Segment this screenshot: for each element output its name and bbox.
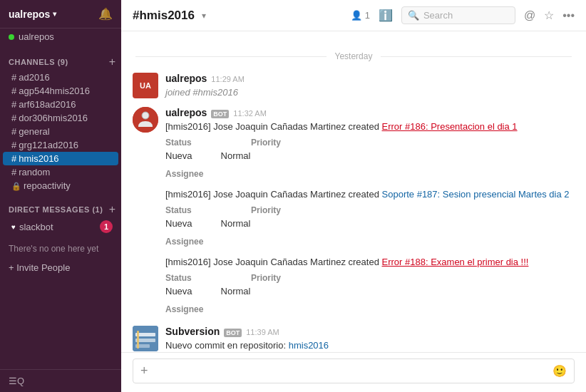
message-header-2: ualrepos BOT 11:32 AM (165, 107, 575, 118)
date-divider: Yesterday (121, 51, 586, 61)
message-body-2: [hmis2016] Jose Joaquin Cañadas Martinez… (165, 120, 575, 316)
search-bar[interactable]: 🔍 Search (401, 6, 515, 24)
message-time-3: 11:39 AM (246, 328, 279, 336)
channels-section-title: CHANNELS (9) (9, 58, 68, 66)
sidebar-item-general[interactable]: #general (3, 125, 118, 138)
add-dm-button[interactable]: + (109, 204, 115, 215)
message-content-2: ualrepos BOT 11:32 AM [hmis2016] Jose Jo… (165, 107, 575, 319)
message-body-1: joined #hmis2016 (165, 86, 575, 100)
sidebar-item-agp544hmis2016[interactable]: #agp544hmis2016 (3, 84, 118, 98)
status-dot (9, 34, 14, 40)
ticket-187-link[interactable]: Soporte #187: Sesion presencial Martes d… (382, 189, 570, 200)
search-placeholder-text: Search (423, 10, 453, 21)
emoji-button[interactable]: 🙂 (552, 364, 567, 378)
avatar-subversion (133, 326, 158, 351)
message-author-1: ualrepos (165, 73, 207, 84)
sidebar: ualrepos ▾ 🔔 ualrepos CHANNELS (9) + #ad… (0, 0, 121, 392)
dm-name-slackbot: ♥ slackbot (11, 222, 53, 232)
add-channel-button[interactable]: + (109, 56, 115, 68)
avatar-ualrepos-2 (133, 107, 158, 133)
ticket-table-2: Status Priority Nueva Normal Assignee (165, 204, 575, 248)
message-3: Subversion BOT 11:39 AM Nuevo commit en … (121, 323, 586, 353)
add-attachment-button[interactable]: + (140, 363, 148, 378)
sidebar-item-hmis2016[interactable]: #hmis2016 (3, 152, 118, 165)
channels-section-header: CHANNELS (9) + (0, 56, 121, 71)
message-header-3: Subversion BOT 11:39 AM (165, 326, 575, 337)
message-time-2: 11:32 AM (233, 109, 266, 118)
sidebar-item-ad2016[interactable]: #ad2016 (3, 71, 118, 84)
dm-item-slackbot[interactable]: ♥ slackbot 1 (3, 218, 118, 235)
ticket-186-link[interactable]: Error #186: Presentacion el dia 1 (382, 121, 518, 132)
topbar: #hmis2016 ▾ 👤 1 ℹ️ 🔍 Search @ ☆ ••• (121, 0, 586, 31)
dm-section-header: DIRECT MESSAGES (1) + (0, 204, 121, 218)
main-content: #hmis2016 ▾ 👤 1 ℹ️ 🔍 Search @ ☆ ••• Yest… (121, 0, 586, 392)
message-1: UA ualrepos 11:29 AM joined #hmis2016 (121, 70, 586, 103)
more-icon[interactable]: ••• (562, 9, 575, 22)
ticket-188-link[interactable]: Error #188: Examen el primer dia !!! (382, 257, 529, 267)
workspace-caret-icon: ▾ (53, 10, 56, 18)
dm-badge-slackbot: 1 (100, 220, 113, 233)
sidebar-item-grg121ad2016[interactable]: #grg121ad2016 (3, 138, 118, 152)
at-icon[interactable]: @ (524, 9, 535, 22)
channel-caret-icon[interactable]: ▾ (202, 11, 206, 21)
svg-rect-7 (137, 331, 139, 349)
search-icon: 🔍 (408, 10, 419, 21)
sidebar-footer[interactable]: ☰Q (0, 369, 121, 392)
message-header-1: ualrepos 11:29 AM (165, 73, 575, 84)
message-2: ualrepos BOT 11:32 AM [hmis2016] Jose Jo… (121, 104, 586, 321)
sidebar-item-dor306hmis2016[interactable]: #dor306hmis2016 (3, 111, 118, 125)
commit-repo-1-link[interactable]: hmis2016 (289, 340, 329, 351)
member-count-value: 1 (365, 10, 370, 21)
message-body-3: Nuevo commit en repositorio: hmis2016 Re… (165, 339, 575, 353)
status-name: ualrepos (19, 31, 54, 42)
message-author-2: ualrepos (165, 107, 207, 118)
ticket-table-1: Status Priority Nueva Normal Assignee (165, 136, 575, 180)
menu-icon: ☰Q (9, 376, 24, 386)
bell-icon[interactable]: 🔔 (98, 7, 113, 21)
sidebar-header: ualrepos ▾ 🔔 (0, 0, 121, 29)
message-input-box: + 🙂 (133, 359, 575, 383)
ticket-table-3: Status Priority Nueva Normal Assignee (165, 272, 575, 316)
bot-badge-2: BOT (211, 110, 229, 118)
sidebar-item-repoactivity[interactable]: 🔒repoactivity (3, 179, 118, 192)
channel-title: #hmis2016 (133, 9, 195, 23)
topbar-icons: 👤 1 ℹ️ 🔍 Search @ ☆ ••• (351, 6, 575, 24)
star-icon[interactable]: ☆ (544, 9, 554, 22)
sidebar-item-random[interactable]: #random (3, 165, 118, 179)
no-one-text: There's no one here yet (0, 238, 121, 259)
member-count[interactable]: 👤 1 (351, 10, 370, 21)
message-input[interactable] (154, 366, 547, 376)
people-icon: 👤 (351, 10, 362, 21)
message-content-1: ualrepos 11:29 AM joined #hmis2016 (165, 73, 575, 100)
message-author-3: Subversion (165, 326, 220, 337)
svg-point-0 (133, 107, 158, 133)
bot-badge-3: BOT (224, 329, 242, 337)
dm-status-dot: ♥ (11, 223, 16, 231)
sidebar-item-arf618ad2016[interactable]: #arf618ad2016 (3, 98, 118, 111)
message-content-3: Subversion BOT 11:39 AM Nuevo commit en … (165, 326, 575, 353)
channels-section: CHANNELS (9) + #ad2016 #agp544hmis2016 #… (0, 48, 121, 195)
dm-section-title: DIRECT MESSAGES (1) (9, 205, 103, 214)
info-icon[interactable]: ℹ️ (379, 9, 393, 22)
dm-section: DIRECT MESSAGES (1) + ♥ slackbot 1 (0, 195, 121, 238)
message-time-1: 11:29 AM (211, 75, 244, 83)
workspace-name[interactable]: ualrepos ▾ (9, 9, 56, 20)
avatar-ualrepos-1: UA (133, 73, 158, 98)
message-input-area: + 🙂 (121, 352, 586, 392)
invite-people-button[interactable]: + Invite People (0, 259, 121, 276)
workspace-status: ualrepos (0, 29, 121, 48)
messages-area: Yesterday UA ualrepos 11:29 AM joined #h… (121, 31, 586, 352)
